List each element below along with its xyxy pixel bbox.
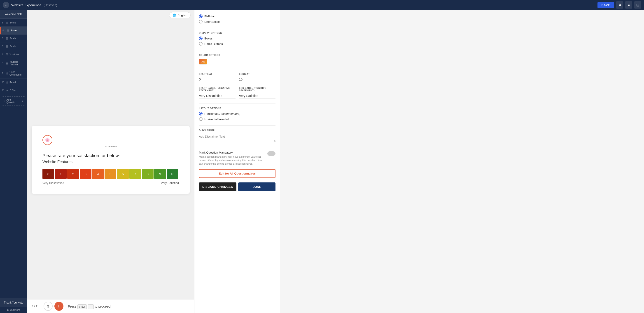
scale-box-4[interactable]: 4	[92, 169, 104, 179]
topbar: ← Website Experience (Unsaved) SAVE 🖥 ≡ …	[0, 0, 644, 10]
color-options-label: COLOR OPTIONS	[199, 54, 276, 56]
disclaimer-label: DISCLAIMER	[199, 129, 276, 132]
end-label-heading: END LABEL (POSITIVE STATEMENT)	[239, 87, 276, 92]
save-button[interactable]: SAVE	[598, 2, 614, 8]
survey-canvas: 🌸 ACME Demo Please rate your satisfactio…	[27, 20, 194, 299]
horizontal-inverted-label: Horizontal Inverted	[204, 118, 229, 121]
start-label-input[interactable]	[199, 93, 236, 99]
mandatory-title: Mark Question Mandatory	[199, 151, 265, 154]
radio-buttons-radio[interactable]	[199, 42, 202, 45]
grid-button[interactable]: ⊞	[634, 1, 641, 8]
sidebar-item-5[interactable]: 5 ▤ Scale	[0, 34, 27, 42]
mandatory-row: Mark Question Mandatory Mark question ma…	[199, 151, 276, 165]
scale-box-6[interactable]: 6	[117, 169, 129, 179]
language-label: English	[178, 13, 187, 17]
scale-box-1[interactable]: 1	[55, 169, 66, 179]
nav-up-button[interactable]: ⇧	[44, 302, 52, 311]
monitor-button[interactable]: 🖥	[616, 1, 623, 8]
scale-box-3[interactable]: 3	[80, 169, 92, 179]
sidebar-item-label: Scale	[10, 21, 16, 24]
sidebar-item-9[interactable]: 9 ◎ User Comments	[0, 68, 27, 78]
scale-icon: ▤	[6, 37, 8, 40]
horizontal-radio[interactable]	[199, 112, 202, 116]
sidebar-item-num: 3	[2, 21, 4, 24]
yesno-icon: ◎	[6, 53, 8, 56]
sidebar-item-num: 10	[2, 81, 4, 84]
boxes-radio[interactable]	[199, 36, 202, 40]
scale-box-8[interactable]: 8	[142, 169, 154, 179]
star-icon: ★	[6, 89, 8, 92]
arrow-key: ←	[88, 305, 94, 309]
chevron-down-icon: ▾	[22, 100, 23, 103]
back-button[interactable]: ←	[3, 2, 9, 8]
layout-options-section: LAYOUT OPTIONS Horizontal (Recommended) …	[199, 107, 276, 121]
horizontal-inverted-radio[interactable]	[199, 117, 202, 121]
sidebar-item-10[interactable]: 10 ◎ Email	[0, 78, 27, 86]
sidebar-item-4[interactable]: 4 ▤ Scale	[0, 27, 27, 34]
ends-at-label: ENDS AT	[239, 73, 276, 75]
globe-icon: 🌐	[172, 13, 176, 17]
end-label-col: END LABEL (POSITIVE STATEMENT)	[239, 87, 276, 99]
scale-label-right: Very Satisfied	[161, 181, 179, 185]
start-label-heading: START LABEL (NEGATIVE STATEMENT)	[199, 87, 236, 92]
done-button[interactable]: DONE	[238, 182, 276, 191]
scale-label-left: Very Dissatisfied	[42, 181, 64, 185]
horizontal-inverted-option[interactable]: Horizontal Inverted	[199, 117, 276, 121]
survey-logo: 🌸 ACME Demo	[42, 135, 179, 148]
plus-icon: +	[4, 100, 6, 102]
scale-box-7[interactable]: 7	[130, 169, 141, 179]
scale-box-0[interactable]: 0	[42, 169, 54, 179]
progress-info: 4 / 11	[32, 305, 39, 308]
sidebar-item-label: Yes / No	[10, 53, 19, 55]
main-toolbar: 🌐 English	[27, 10, 194, 20]
disclaimer-section: DISCLAIMER 0	[199, 129, 276, 143]
sidebar-item-8[interactable]: 8 ▤ Multiple Answer	[0, 58, 27, 68]
radio-buttons-label: Radio Buttons	[204, 42, 223, 45]
menu-button[interactable]: ≡	[625, 1, 632, 8]
labels-section: START LABEL (NEGATIVE STATEMENT) END LAB…	[199, 87, 276, 99]
language-button[interactable]: 🌐 English	[169, 12, 190, 18]
type-options-section: Bi-Polar Likert Scale	[199, 14, 276, 23]
nav-down-button[interactable]: ⇩	[54, 302, 64, 311]
starts-at-select[interactable]: 01	[199, 77, 236, 82]
sidebar-item-label: User Comments	[10, 71, 25, 76]
unsaved-label: (Unsaved)	[44, 3, 57, 7]
scale-box-10[interactable]: 10	[167, 169, 178, 179]
nav-buttons: ⇧ ⇩	[44, 302, 64, 311]
sidebar-item-num: 7	[2, 53, 4, 55]
sidebar-item-11[interactable]: 11 ★ 5 Star	[0, 86, 27, 94]
likert-option[interactable]: Likert Scale	[199, 20, 276, 23]
survey-question: Please rate your satisfaction for below-	[42, 153, 179, 158]
add-question-button[interactable]: + Add Question ▾	[2, 96, 25, 106]
bipolar-radio[interactable]	[199, 14, 202, 18]
enter-key: enter	[78, 305, 87, 309]
boxes-option[interactable]: Boxes	[199, 36, 276, 40]
disclaimer-input[interactable]	[199, 134, 276, 139]
discard-button[interactable]: DISCARD CHANGES	[199, 182, 236, 191]
back-icon: ←	[4, 3, 7, 7]
layout-options-label: LAYOUT OPTIONS	[199, 107, 276, 110]
start-label-col: START LABEL (NEGATIVE STATEMENT)	[199, 87, 236, 99]
radio-buttons-option[interactable]: Radio Buttons	[199, 42, 276, 45]
sidebar-item-6[interactable]: 6 ▤ Scale	[0, 42, 27, 50]
color-swatch[interactable]: Aa	[199, 59, 207, 64]
sidebar-item-3[interactable]: 3 ▤ Scale	[0, 19, 27, 27]
likert-radio[interactable]	[199, 20, 202, 23]
sidebar-item-7[interactable]: 7 ◎ Yes / No	[0, 50, 27, 58]
ends-at-select[interactable]: 1057	[239, 77, 276, 82]
scale-box-9[interactable]: 9	[154, 169, 166, 179]
comments-icon: ◎	[6, 72, 8, 75]
menu-icon: ≡	[628, 3, 630, 7]
mandatory-desc: Mark question mandatory may have a diffe…	[199, 155, 265, 165]
logo-circle: 🌸	[42, 135, 52, 145]
scale-box-2[interactable]: 2	[67, 169, 79, 179]
horizontal-option[interactable]: Horizontal (Recommended)	[199, 112, 276, 116]
end-label-input[interactable]	[239, 93, 276, 99]
starts-at-col: STARTS AT 01	[199, 73, 236, 82]
scale-box-5[interactable]: 5	[104, 169, 116, 179]
mandatory-toggle[interactable]	[267, 151, 276, 156]
main-area: 🌐 English 🌸 ACME Demo Please rate your s…	[27, 10, 194, 313]
edit-all-button[interactable]: Edit for All Questionnaires	[199, 169, 276, 178]
bipolar-option[interactable]: Bi-Polar	[199, 14, 276, 18]
survey-card: 🌸 ACME Demo Please rate your satisfactio…	[32, 126, 190, 194]
